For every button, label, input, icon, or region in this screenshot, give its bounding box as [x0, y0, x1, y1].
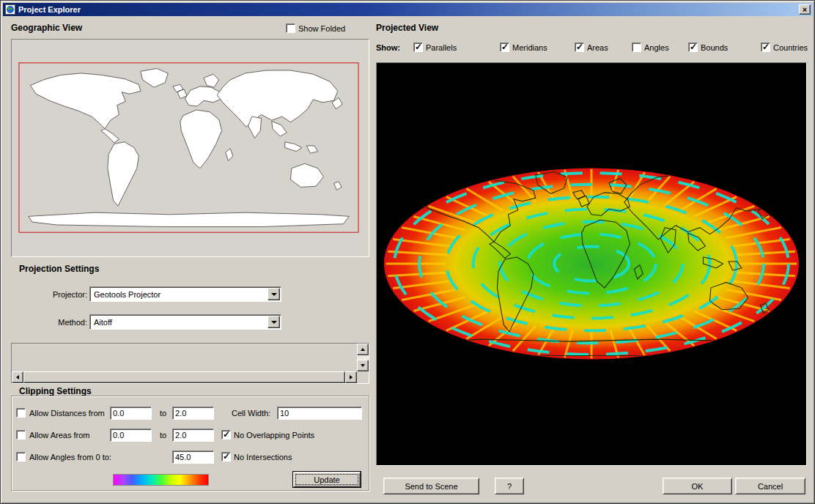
parameters-scrollpane [11, 343, 369, 384]
scroll-left-button[interactable] [12, 371, 23, 383]
allow-areas-checkbox[interactable] [16, 430, 26, 440]
chevron-down-icon [271, 293, 277, 296]
horizontal-scrollbar[interactable] [12, 371, 357, 383]
show-folded-label: Show Folded [298, 24, 345, 33]
no-intersections-label: No Intersections [234, 453, 292, 462]
arrow-up-icon [361, 348, 365, 351]
bounds-label: Bounds [701, 43, 728, 52]
method-dropdown-button[interactable] [268, 316, 280, 328]
geographic-map[interactable] [12, 40, 369, 256]
scroll-up-button[interactable] [357, 344, 369, 355]
update-button[interactable]: Update [293, 472, 361, 487]
parallels-label: Parallels [426, 43, 457, 52]
areas-to-input[interactable] [172, 429, 214, 442]
projected-map [377, 63, 806, 465]
no-intersections-checkbox[interactable] [221, 452, 231, 462]
projector-value: Geotools Projector [91, 290, 268, 299]
chevron-down-icon [271, 321, 277, 324]
countries-label: Countries [773, 43, 808, 52]
geographic-view-title: Geographic View [11, 23, 82, 33]
toggle-areas[interactable]: Areas [575, 42, 608, 52]
projection-settings-title: Projection Settings [19, 264, 99, 274]
horizontal-scrollbar-thumb[interactable] [23, 371, 345, 383]
allow-distances-label: Allow Distances from [29, 409, 105, 418]
toggle-angles[interactable]: Angles [632, 42, 669, 52]
title-bar: Project Explorer × [3, 3, 813, 16]
no-overlapping-points-checkbox[interactable] [221, 430, 231, 440]
meridians-label: Meridians [512, 43, 547, 52]
angles-to-input[interactable] [172, 451, 214, 464]
projected-view-panel [376, 62, 807, 466]
scroll-down-button[interactable] [357, 360, 369, 371]
toggle-meridians[interactable]: Meridians [500, 42, 547, 52]
help-button[interactable]: ? [495, 478, 524, 494]
parallels-checkbox[interactable] [413, 42, 423, 52]
bounds-checkbox[interactable] [688, 42, 698, 52]
angles-checkbox[interactable] [632, 42, 641, 52]
arrow-down-icon [361, 364, 365, 367]
distances-from-input[interactable] [110, 407, 152, 420]
areas-label: Areas [587, 43, 608, 52]
allow-angles-label: Allow Angles from 0 to: [29, 453, 111, 462]
areas-from-input[interactable] [110, 429, 152, 442]
show-folded-checkbox[interactable] [286, 23, 295, 33]
app-icon [5, 4, 15, 15]
projected-view-title: Projected View [376, 23, 438, 33]
areas-to-label: to [160, 431, 166, 440]
scroll-right-button[interactable] [345, 371, 357, 383]
project-explorer-window: Project Explorer × Geographic View Show … [0, 0, 815, 504]
projector-label: Projector: [14, 290, 87, 299]
projector-select[interactable]: Geotools Projector [89, 286, 281, 302]
show-folded-toggle[interactable]: Show Folded [286, 23, 345, 33]
projector-dropdown-button[interactable] [268, 288, 280, 300]
no-overlapping-points-label: No Overlapping Points [234, 431, 314, 440]
countries-checkbox[interactable] [761, 42, 770, 52]
allow-areas-label: Allow Areas from [29, 431, 90, 440]
method-select[interactable]: Aitoff [89, 314, 281, 330]
angles-label: Angles [644, 43, 669, 52]
clipping-settings-group: Allow Distances from to Cell Width: Allo… [11, 396, 369, 491]
arrow-left-icon [16, 375, 19, 379]
method-label: Method: [14, 318, 87, 327]
distances-to-input[interactable] [172, 407, 214, 420]
cell-width-input[interactable] [277, 407, 362, 420]
toggle-parallels[interactable]: Parallels [413, 42, 457, 52]
cancel-button[interactable]: Cancel [735, 478, 805, 494]
toggle-bounds[interactable]: Bounds [688, 42, 728, 52]
cell-width-label: Cell Width: [232, 409, 270, 418]
close-icon: × [803, 6, 807, 13]
allow-angles-checkbox[interactable] [16, 452, 26, 462]
allow-distances-checkbox[interactable] [16, 408, 26, 418]
arrow-right-icon [350, 375, 353, 379]
toggle-countries[interactable]: Countries [761, 42, 808, 52]
window-title: Project Explorer [18, 5, 796, 14]
send-to-scene-button[interactable]: Send to Scene [383, 478, 479, 494]
areas-checkbox[interactable] [575, 42, 584, 52]
scrollbar-corner [357, 371, 369, 383]
color-legend [113, 474, 209, 486]
distances-to-label: to [160, 409, 166, 418]
clipping-settings-title: Clipping Settings [19, 386, 92, 396]
meridians-checkbox[interactable] [500, 42, 509, 52]
geographic-map-panel[interactable] [11, 39, 369, 257]
ok-button[interactable]: OK [663, 478, 732, 494]
show-label: Show: [376, 43, 400, 52]
vertical-scrollbar[interactable] [357, 344, 369, 371]
method-value: Aitoff [91, 318, 268, 327]
close-button[interactable]: × [799, 4, 811, 15]
